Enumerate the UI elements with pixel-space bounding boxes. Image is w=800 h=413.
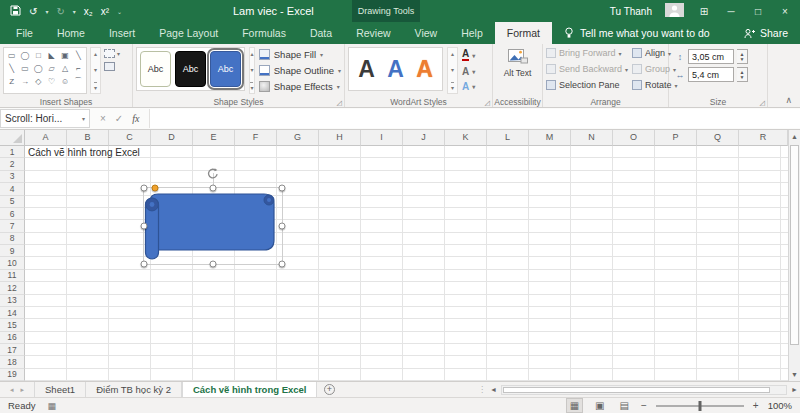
rotate-handle-icon[interactable] bbox=[207, 166, 220, 184]
column-header-e[interactable]: E bbox=[193, 130, 235, 146]
shape-gallery-icon-14[interactable]: → bbox=[21, 77, 29, 86]
row-header-4[interactable]: 4 bbox=[0, 183, 25, 195]
column-header-h[interactable]: H bbox=[319, 130, 361, 146]
edit-shape-button[interactable]: ▾ bbox=[104, 49, 120, 58]
resize-handle-left[interactable] bbox=[141, 223, 148, 230]
text-box-button[interactable] bbox=[104, 62, 120, 71]
button-selection-pane[interactable]: Selection Pane bbox=[546, 80, 628, 90]
column-header-f[interactable]: F bbox=[235, 130, 277, 146]
row-header-12[interactable]: 12 bbox=[0, 282, 25, 294]
shape-gallery-icon-11[interactable]: △ bbox=[62, 64, 68, 73]
zoom-level[interactable]: 100% bbox=[768, 400, 792, 411]
undo-dropdown-caret-icon[interactable]: ▾ bbox=[45, 8, 48, 15]
row-header-2[interactable]: 2 bbox=[0, 158, 25, 170]
row-header-7[interactable]: 7 bbox=[0, 220, 25, 232]
vertical-scroll-thumb[interactable] bbox=[790, 145, 799, 345]
zoom-out-icon[interactable]: − bbox=[641, 400, 647, 411]
tell-me-box[interactable]: Tell me what you want to do bbox=[552, 22, 722, 44]
normal-view-icon[interactable]: ▦ bbox=[566, 398, 583, 413]
sheet-tab-cach-ve-hinh-trong-excel[interactable]: Cách vẽ hình trong Excel bbox=[182, 382, 318, 397]
cells-area[interactable]: Cách vẽ hình trong Excel bbox=[25, 146, 788, 381]
column-header-o[interactable]: O bbox=[613, 130, 655, 146]
grid-row-16[interactable] bbox=[25, 332, 788, 344]
grid-row-3[interactable] bbox=[25, 171, 788, 183]
column-header-m[interactable]: M bbox=[529, 130, 571, 146]
gallery-down-icon[interactable]: ▾ bbox=[451, 66, 454, 73]
row-header-6[interactable]: 6 bbox=[0, 208, 25, 220]
selected-shape-horizontal-scroll[interactable] bbox=[144, 188, 282, 264]
sheet-next-icon[interactable]: ▸ bbox=[21, 386, 25, 394]
column-header-a[interactable]: A bbox=[25, 130, 67, 146]
tab-home[interactable]: Home bbox=[45, 22, 97, 44]
shape-gallery-icon-2[interactable]: ◯ bbox=[21, 51, 30, 60]
shape-gallery-icon-16[interactable]: ♡ bbox=[48, 77, 55, 86]
ribbon-display-options-icon[interactable]: ⊞ bbox=[697, 6, 711, 17]
grid-row-8[interactable] bbox=[25, 233, 788, 245]
name-box-caret-icon[interactable]: ▾ bbox=[82, 115, 85, 122]
row-header-11[interactable]: 11 bbox=[0, 270, 25, 282]
shape-gallery-icon-12[interactable]: ⌐ bbox=[76, 64, 81, 73]
share-button[interactable]: Share bbox=[744, 22, 800, 44]
button-text-outline[interactable]: A▾ bbox=[462, 66, 475, 77]
grid-row-11[interactable] bbox=[25, 270, 788, 282]
grid-row-12[interactable] bbox=[25, 282, 788, 294]
button-shape-outline[interactable]: Shape Outline▾ bbox=[259, 65, 341, 76]
grid-row-6[interactable] bbox=[25, 208, 788, 220]
close-button[interactable]: × bbox=[778, 6, 792, 17]
shape-gallery-icon-9[interactable]: ◯ bbox=[34, 64, 43, 73]
gallery-up-icon[interactable]: ▴ bbox=[94, 50, 97, 57]
grid-row-10[interactable] bbox=[25, 257, 788, 269]
row-header-8[interactable]: 8 bbox=[0, 233, 25, 245]
grid-row-2[interactable] bbox=[25, 158, 788, 170]
scroll-right-icon[interactable]: ► bbox=[791, 386, 798, 393]
shape-adjust-handle[interactable] bbox=[152, 185, 159, 192]
formula-input[interactable] bbox=[149, 109, 800, 128]
cancel-icon[interactable]: × bbox=[100, 113, 106, 124]
wordart-style-blue[interactable]: A bbox=[382, 58, 409, 81]
vertical-scrollbar[interactable]: ▲ ▼ bbox=[788, 130, 800, 381]
avatar[interactable] bbox=[665, 3, 684, 19]
resize-handle-right[interactable] bbox=[279, 223, 286, 230]
name-box[interactable]: Scroll: Hori... ▾ bbox=[0, 109, 90, 128]
button-text-effects[interactable]: A▾ bbox=[462, 81, 475, 92]
row-header-17[interactable]: 17 bbox=[0, 344, 25, 356]
shape-gallery-icon-1[interactable]: ▭ bbox=[8, 51, 16, 60]
resize-handle-top[interactable] bbox=[210, 185, 217, 192]
grid-row-18[interactable] bbox=[25, 356, 788, 368]
tab-page-layout[interactable]: Page Layout bbox=[147, 22, 230, 44]
tab-insert[interactable]: Insert bbox=[97, 22, 147, 44]
row-header-10[interactable]: 10 bbox=[0, 257, 25, 269]
spin-down-icon[interactable]: ▼ bbox=[740, 75, 745, 80]
shape-style-outline[interactable]: Abc bbox=[140, 51, 171, 87]
grid-row-13[interactable] bbox=[25, 295, 788, 307]
alt-text-label[interactable]: Alt Text bbox=[503, 69, 533, 79]
resize-handle-top-left[interactable] bbox=[141, 185, 148, 192]
shape-gallery-icon-13[interactable]: Z bbox=[9, 77, 14, 86]
redo-icon[interactable]: ↻ bbox=[56, 6, 64, 17]
grid-row-15[interactable] bbox=[25, 319, 788, 331]
macro-record-icon[interactable]: ▦ bbox=[47, 401, 56, 411]
grid-row-7[interactable] bbox=[25, 220, 788, 232]
shape-style-black[interactable]: Abc bbox=[175, 51, 206, 87]
column-header-c[interactable]: C bbox=[109, 130, 151, 146]
alt-text-button[interactable] bbox=[508, 49, 528, 68]
row-header-3[interactable]: 3 bbox=[0, 171, 25, 183]
row-header-14[interactable]: 14 bbox=[0, 307, 25, 319]
sheet-tab-iem-tb-hoc-ky-2[interactable]: Điểm TB học kỳ 2 bbox=[86, 382, 182, 397]
row-header-16[interactable]: 16 bbox=[0, 332, 25, 344]
shape-gallery-icon-3[interactable]: □ bbox=[36, 51, 41, 60]
gallery-more-icon[interactable]: ▾ bbox=[451, 82, 454, 91]
grid-row-19[interactable] bbox=[25, 369, 788, 381]
row-header-13[interactable]: 13 bbox=[0, 295, 25, 307]
button-shape-effects[interactable]: Shape Effects▾ bbox=[259, 81, 341, 92]
column-header-k[interactable]: K bbox=[445, 130, 487, 146]
gallery-down-icon[interactable]: ▾ bbox=[94, 66, 97, 73]
row-header-15[interactable]: 15 bbox=[0, 319, 25, 331]
shape-gallery-icon-7[interactable]: ╲ bbox=[9, 64, 14, 73]
row-header-5[interactable]: 5 bbox=[0, 196, 25, 208]
row-header-1[interactable]: 1 bbox=[0, 146, 25, 158]
tab-split-handle[interactable]: ⋮ bbox=[478, 385, 486, 394]
height-spinner[interactable]: ▲▼ bbox=[737, 49, 748, 64]
shape-gallery-icon-4[interactable]: ◣ bbox=[49, 51, 55, 60]
column-header-l[interactable]: L bbox=[487, 130, 529, 146]
